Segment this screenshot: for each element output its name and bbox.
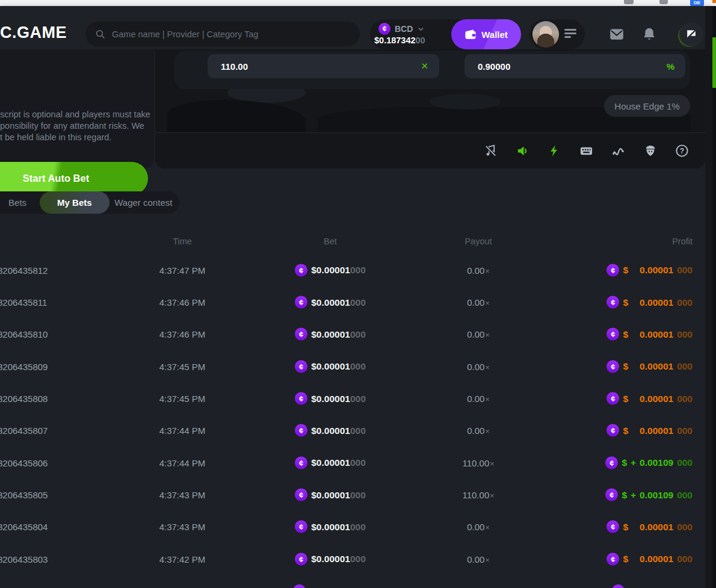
payout-input[interactable]: 110.00 ✕ [208, 54, 439, 78]
disclaimer-text: ponsibility for any attendant risks. We [0, 121, 144, 131]
bet-amount: ¢ $0.00001000 [266, 521, 395, 533]
search-input[interactable]: Game name | Provider | Category Tag [85, 22, 360, 46]
chat-toggle-button[interactable] [679, 22, 703, 46]
top-header: C.GAME Game name | Provider | Category T… [0, 6, 712, 49]
svg-text:?: ? [680, 147, 684, 155]
win-chance-value: 0.90000 [478, 61, 510, 72]
browser-toolbar-sliver: DE [0, 0, 716, 6]
tab-all-bets[interactable]: Bets [0, 191, 40, 214]
bet-id: 8206435811 [0, 297, 106, 308]
bet-id: 8206435810 [0, 329, 106, 339]
bcd-coin-icon: ¢ [295, 296, 307, 309]
scene-decoration [167, 100, 306, 136]
bet-profit: ¢ $0.00001000 [606, 552, 693, 565]
percent-icon: % [667, 61, 674, 72]
chat-off-icon [685, 28, 698, 41]
wallet-label: Wallet [481, 29, 508, 40]
bet-amount: ¢ $0.00001000 [266, 264, 395, 276]
search-placeholder: Game name | Provider | Category Tag [112, 29, 258, 39]
table-row[interactable]: 8206435809 4:37:45 PM ¢ $0.00001000 0.00… [0, 350, 705, 382]
bcd-coin-icon: ¢ [606, 521, 619, 533]
bcd-coin-icon: ¢ [295, 264, 307, 276]
sound-on-icon[interactable] [516, 144, 529, 158]
bet-profit: ¢ $0.00001000 [606, 328, 693, 341]
table-row[interactable]: 8206435806 4:37:44 PM ¢ $0.00001000 110.… [0, 447, 705, 478]
wallet-button[interactable]: Wallet [451, 19, 521, 49]
bcd-coin-icon: ¢ [605, 456, 618, 469]
bcd-coin-icon: ¢ [295, 360, 307, 373]
bet-payout: 0.00× [414, 522, 543, 532]
bcd-coin-icon: ¢ [378, 23, 390, 35]
tab-my-bets[interactable]: My Bets [40, 191, 110, 214]
start-auto-bet-button[interactable]: Start Auto Bet [0, 162, 148, 195]
music-off-icon[interactable] [484, 144, 498, 158]
bet-time: 4:37:43 PM [118, 490, 247, 500]
multiplier-x-icon[interactable]: ✕ [421, 61, 428, 72]
bet-id: 8206435807 [0, 426, 106, 436]
bet-amount: ¢ $0.00001000 [266, 456, 395, 469]
de-extension-badge[interactable]: DE [690, 0, 704, 6]
currency-selector[interactable]: ¢ BCD [378, 23, 425, 35]
payout-value: 110.00 [221, 61, 248, 72]
profile-menu-icon[interactable] [564, 29, 576, 40]
table-row[interactable]: 8206435803 4:37:42 PM ¢ $0.00001000 0.00… [0, 543, 705, 575]
bet-profit: ¢ $0.00001000 [606, 424, 693, 437]
my-bets-table: Time Bet Payout Profit 8206435812 4:37:4… [0, 229, 705, 575]
table-header: Time Bet Payout Profit [0, 229, 705, 254]
browser-scrollbar[interactable] [712, 6, 716, 588]
col-header-payout: Payout [414, 237, 543, 246]
disclaimer-text: t be held liable in this regard. [0, 132, 111, 142]
trends-curve-icon[interactable] [611, 144, 625, 158]
wallet-balance: $0.18734200 [374, 36, 425, 45]
bet-time: 4:37:45 PM [118, 394, 247, 404]
bet-profit: ¢ $+0.00109000 [605, 456, 693, 469]
bcd-coin-icon: ¢ [295, 392, 307, 405]
bcd-coin-icon: ¢ [606, 328, 619, 341]
bcd-coin-icon: ¢ [295, 456, 307, 469]
mail-icon[interactable] [609, 26, 625, 42]
table-row[interactable]: 8206435807 4:37:44 PM ¢ $0.00001000 0.00… [0, 415, 705, 447]
bcd-coin-icon: ¢ [295, 328, 307, 341]
scene-decoration [429, 94, 501, 110]
help-icon[interactable]: ? [675, 144, 689, 158]
col-header-bet: Bet [266, 237, 395, 246]
tab-wager-contest[interactable]: Wager contest [108, 191, 179, 214]
win-chance-input[interactable]: 0.90000 % [464, 54, 685, 78]
table-row[interactable]: 8206435808 4:37:45 PM ¢ $0.00001000 0.00… [0, 382, 705, 414]
bet-profit: ¢ $0.00001000 [606, 296, 693, 309]
bet-payout: 110.00× [414, 490, 543, 500]
bet-payout: 0.00× [414, 426, 543, 436]
bet-id: 8206435803 [0, 554, 106, 564]
bet-id: 8206435812 [0, 265, 106, 275]
site-logo[interactable]: C.GAME [0, 23, 67, 42]
turbo-bolt-icon[interactable] [548, 144, 561, 158]
table-row[interactable]: 8206435811 4:37:46 PM ¢ $0.00001000 0.00… [0, 286, 705, 318]
bet-payout: 0.00× [414, 554, 543, 564]
table-row[interactable]: 8206435810 4:37:46 PM ¢ $0.00001000 0.00… [0, 318, 705, 350]
fairness-seed-icon[interactable] [643, 144, 657, 158]
bet-profit: ¢ $+0.00109000 [605, 489, 693, 501]
disclaimer-text: script is optional and players must take [0, 110, 150, 119]
bcd-coin-icon: ¢ [605, 489, 618, 501]
scrollbar-green-marker [712, 37, 716, 88]
bcd-coin-icon: ¢ [606, 264, 619, 276]
bet-id: 8206435809 [0, 361, 106, 371]
bet-payout: 0.00× [414, 297, 543, 308]
chevron-down-icon [417, 25, 425, 33]
table-row[interactable]: 8206435812 4:37:47 PM ¢ $0.00001000 0.00… [0, 254, 705, 286]
hotkeys-keyboard-icon[interactable] [579, 144, 593, 158]
bet-id: 8206435808 [0, 394, 106, 404]
autobet-settings-panel: script is optional and players must take… [0, 49, 154, 169]
avatar[interactable] [532, 21, 559, 48]
bet-amount: ¢ $0.00001000 [266, 328, 395, 341]
game-toolbar: ? [155, 132, 705, 169]
notification-bell-icon[interactable] [641, 26, 657, 42]
bcd-coin-icon: ¢ [295, 552, 307, 565]
bet-amount: ¢ $0.00001000 [266, 296, 395, 309]
browser-extension-icon [624, 0, 634, 4]
bet-amount: ¢ $0.00001000 [266, 424, 395, 437]
table-row[interactable]: 8206435805 4:37:43 PM ¢ $0.00001000 110.… [0, 478, 705, 510]
bet-amount: ¢ $0.00001000 [266, 489, 395, 501]
game-panel: 110.00 ✕ 0.90000 % House Edge 1% [155, 49, 705, 169]
table-row[interactable]: 8206435804 4:37:43 PM ¢ $0.00001000 0.00… [0, 511, 705, 543]
